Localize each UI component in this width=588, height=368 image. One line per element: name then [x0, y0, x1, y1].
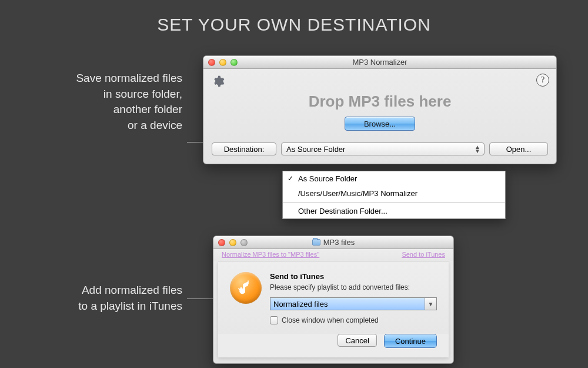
checkbox-label: Close window when completed — [282, 316, 379, 324]
dropdown-item-other[interactable]: Other Destination Folder... — [283, 204, 505, 218]
caption-line: Add normalized files — [12, 283, 182, 299]
sheet-buttons: Cancel Continue — [218, 334, 449, 357]
check-icon: ✓ — [288, 174, 293, 183]
destination-dropdown: ✓ As Source Folder /Users/User/Music/MP3… — [282, 171, 506, 219]
chevron-updown-icon: ▲▼ — [475, 145, 480, 153]
sheet-heading: Send to iTunes — [270, 272, 437, 281]
continue-button[interactable]: Continue — [384, 334, 437, 348]
sheet-window: MP3 files Normalize MP3 files to "MP3 fi… — [213, 236, 454, 364]
main-window: MP3 Normalizer ? Drop MP3 files here Bro… — [203, 55, 557, 164]
browse-button[interactable]: Browse... — [345, 117, 415, 131]
dropdown-item-label: /Users/User/Music/MP3 Normalizer — [298, 189, 417, 198]
dropdown-item-source[interactable]: ✓ As Source Folder — [283, 171, 505, 186]
page-title: SET YOUR OWN DESTINATION — [0, 15, 588, 35]
sheet-backdrop: Normalize MP3 files to "MP3 files" Send … — [213, 249, 453, 261]
caption-line: Save normalized files — [12, 71, 182, 87]
window-title: MP3 files — [213, 238, 453, 247]
sheet-body: Send to iTunes Please specify playlist t… — [218, 261, 449, 334]
destination-select[interactable]: As Source Folder ▲▼ — [281, 142, 485, 155]
dropdown-item-label: Other Destination Folder... — [298, 207, 387, 216]
caption-line: or a device — [12, 118, 182, 134]
callout-line — [187, 299, 214, 299]
caption-destination: Save normalized files in source folder, … — [12, 71, 182, 133]
destination-selected-value: As Source Folder — [286, 145, 345, 154]
svg-point-0 — [242, 290, 245, 293]
backdrop-link-left: Normalize MP3 files to "MP3 files" — [222, 251, 319, 258]
destination-row: Destination: As Source Folder ▲▼ Open... — [212, 142, 548, 155]
sheet-panel: Send to iTunes Please specify playlist t… — [218, 261, 449, 357]
checkbox[interactable] — [270, 316, 278, 324]
window-title: MP3 Normalizer — [203, 58, 556, 67]
titlebar: MP3 files — [213, 236, 453, 249]
help-icon[interactable]: ? — [536, 74, 549, 87]
chevron-down-icon: ▼ — [425, 298, 436, 310]
playlist-combo[interactable]: Normalized files ▼ — [270, 297, 437, 310]
folder-icon — [312, 239, 320, 246]
window-title-text: MP3 files — [323, 238, 355, 247]
sheet-content: Send to iTunes Please specify playlist t… — [270, 272, 437, 324]
caption-line: in source folder, — [12, 87, 182, 102]
dropdown-separator — [283, 202, 505, 203]
close-when-done-row[interactable]: Close window when completed — [270, 316, 437, 324]
open-button[interactable]: Open... — [489, 142, 548, 155]
titlebar: MP3 Normalizer — [203, 56, 556, 69]
destination-label-button[interactable]: Destination: — [212, 142, 276, 155]
cancel-button[interactable]: Cancel — [338, 334, 376, 347]
dropdown-item-path[interactable]: /Users/User/Music/MP3 Normalizer — [283, 186, 505, 201]
caption-line: another folder — [12, 102, 182, 118]
caption-line: to a playlist in iTunes — [12, 299, 182, 314]
caption-itunes: Add normalized files to a playlist in iT… — [12, 283, 182, 314]
sheet-subheading: Please specify playlist to add converted… — [270, 283, 437, 291]
window-body: ? Drop MP3 files here Browse... Destinat… — [203, 69, 556, 164]
dropdown-item-label: As Source Folder — [298, 174, 357, 183]
gear-icon[interactable] — [212, 79, 225, 89]
backdrop-link-right: Send to iTunes — [402, 251, 445, 258]
playlist-value: Normalized files — [270, 298, 425, 310]
drop-zone-label: Drop MP3 files here — [212, 92, 548, 111]
app-icon — [230, 272, 262, 304]
